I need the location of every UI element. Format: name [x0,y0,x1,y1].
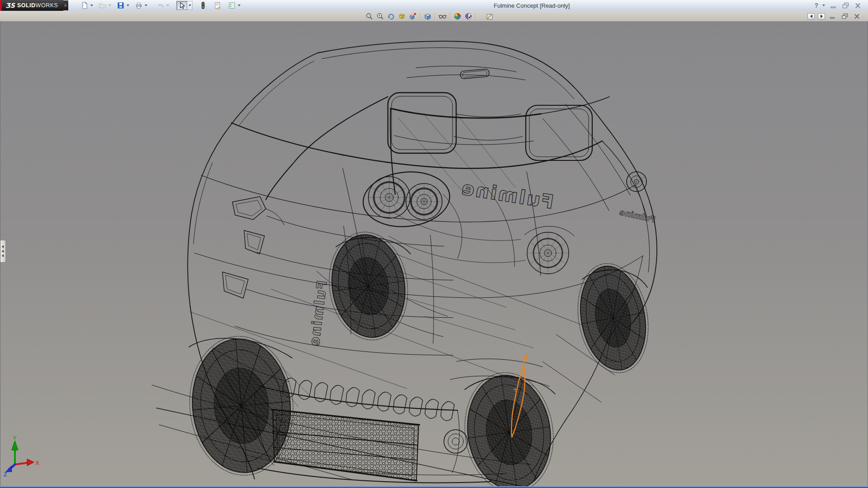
print-dropdown[interactable] [144,1,148,10]
edit-appearance-icon [486,12,494,20]
window-left-edge [0,22,0,486]
toolbar-separator [450,13,450,19]
undo-dropdown[interactable] [165,1,170,10]
rebuild-button[interactable] [198,1,208,10]
new-document-dropdown[interactable] [90,1,94,10]
window-bottom-edge [0,486,868,488]
toolbar-separator [435,13,435,19]
file-properties-button[interactable] [212,1,222,10]
3ds-logo-glyph: ƷS [5,2,15,9]
body-decal-left: Fulmine [306,280,330,348]
title-bar: ƷS SOLIDWORKS [0,0,868,11]
menu-expand-arrow[interactable] [63,0,68,10]
glasses-icon [438,12,447,20]
open-folder-icon [99,1,107,9]
realview-sphere-icon [464,12,472,20]
close-icon [854,13,860,19]
select-tool-dropdown[interactable] [187,1,193,10]
graphics-area[interactable]: Fulmine Fulmine Fulmine Y [0,22,868,486]
logo-red-stripe [0,0,2,11]
new-document-icon [80,1,89,9]
logo-text-light: WORKS [36,2,58,9]
display-style-button[interactable] [423,12,433,20]
app-minimize-button[interactable] [829,1,838,9]
display-style-cube-icon [424,12,432,20]
toolbar-separator [420,13,420,19]
standard-views-button[interactable] [408,12,418,20]
view-toolbar-bar [0,11,868,22]
triangle-left-icon [2,250,4,253]
orientation-triad: Y X Z [4,435,39,478]
triangle-right-icon [821,14,823,18]
doc-minimize-button[interactable] [828,12,837,20]
standard-views-icon [409,12,417,20]
options-button[interactable] [227,1,237,10]
undo-arrow-icon [156,1,165,9]
triangle-left-icon [2,245,4,248]
zoom-to-fit-button[interactable] [364,12,374,20]
restore-icon [842,2,850,9]
body-decal-rear: Fulmine [619,207,656,224]
previous-pane-button[interactable] [807,13,815,19]
solidworks-logo[interactable]: ƷS SOLIDWORKS [0,0,63,11]
save-button[interactable] [116,1,126,10]
view-toolbar [364,12,495,20]
minimize-icon [830,13,836,19]
new-document-button[interactable] [80,1,90,10]
zoom-to-fit-icon [365,12,373,20]
printer-icon [135,1,143,9]
triad-x-label: X [35,460,39,466]
view-orientation-button[interactable] [397,12,407,20]
traffic-light-icon [199,1,207,9]
help-dropdown[interactable] [821,1,826,10]
wireframe-car-model: Fulmine Fulmine Fulmine [152,41,657,486]
undo-button[interactable] [156,1,165,10]
feature-manager-flyout-handle[interactable] [0,240,6,263]
app-restore-button[interactable] [841,1,850,9]
wheel-rear-left [322,227,415,345]
save-floppy-icon [117,1,125,9]
help-button[interactable]: ? [814,1,818,10]
minimize-icon [830,2,837,9]
triad-z-label: Z [4,471,7,478]
triangle-left-icon [2,254,4,257]
logo-text-bold: SOLID [17,2,36,9]
scene-sphere-icon [453,12,462,20]
zoom-to-area-icon [376,12,384,20]
file-properties-icon [213,1,222,9]
hidden-lines-visible-button[interactable] [438,12,448,20]
solidworks-window: ƷS SOLIDWORKS [0,0,868,488]
zoom-to-area-button[interactable] [375,12,385,20]
next-pane-button[interactable] [818,13,825,19]
open-dropdown[interactable] [108,1,112,10]
chevron-right-icon [65,4,67,7]
triad-y-label: Y [13,435,17,441]
rotate-view-button[interactable] [386,12,396,20]
toolbar-separator [476,13,476,19]
rotate-view-icon [387,12,395,20]
apply-scene-button[interactable] [453,12,462,20]
model-wireframe-canvas[interactable]: Fulmine Fulmine Fulmine Y [0,22,868,486]
options-checklist-icon [228,1,236,9]
body-decal-right: Fulmine [459,177,556,213]
standard-toolbar [80,1,241,10]
print-button[interactable] [134,1,144,10]
app-close-button[interactable] [854,1,863,9]
window-title: Fulmine Concept [Read-only] [494,2,570,9]
view-orientation-icon [398,12,406,20]
edit-appearance-button[interactable] [485,12,495,20]
app-window-controls: ? [814,1,863,10]
restore-icon [841,13,849,19]
doc-close-button[interactable] [853,12,862,20]
open-button[interactable] [98,1,108,10]
close-icon [854,2,862,9]
realview-button[interactable] [463,12,473,20]
triangle-left-icon [810,14,812,18]
cursor-arrow-icon [177,1,187,9]
wheel-rear-right [570,258,656,379]
doc-restore-button[interactable] [840,12,849,20]
document-window-controls [807,12,862,20]
options-dropdown[interactable] [237,1,241,10]
select-tool-button[interactable] [176,1,187,10]
save-dropdown[interactable] [126,1,130,10]
